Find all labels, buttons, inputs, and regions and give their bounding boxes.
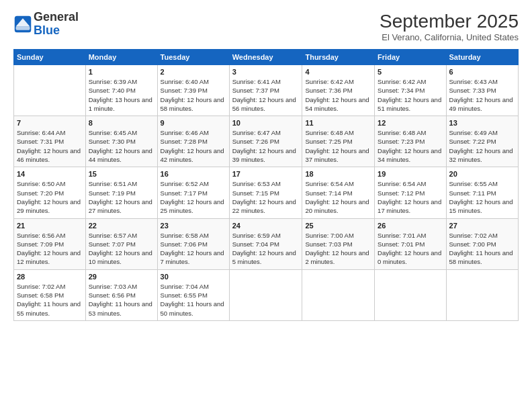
calendar-cell: 19Sunrise: 6:54 AM Sunset: 7:12 PM Dayli…	[375, 167, 446, 218]
calendar-cell: 29Sunrise: 7:03 AM Sunset: 6:56 PM Dayli…	[85, 269, 157, 320]
day-number: 7	[17, 119, 83, 127]
calendar-cell: 11Sunrise: 6:48 AM Sunset: 7:25 PM Dayli…	[302, 116, 375, 167]
header-cell-thursday: Thursday	[302, 50, 375, 65]
calendar-cell	[446, 269, 518, 320]
day-info: Sunrise: 6:46 AM Sunset: 7:28 PM Dayligh…	[161, 128, 226, 164]
calendar-cell: 27Sunrise: 7:02 AM Sunset: 7:00 PM Dayli…	[446, 218, 518, 269]
day-info: Sunrise: 6:53 AM Sunset: 7:15 PM Dayligh…	[232, 179, 300, 215]
day-number: 3	[232, 68, 300, 76]
day-info: Sunrise: 6:55 AM Sunset: 7:11 PM Dayligh…	[449, 179, 515, 215]
calendar-cell: 1Sunrise: 6:39 AM Sunset: 7:40 PM Daylig…	[85, 65, 157, 116]
calendar-body: 1Sunrise: 6:39 AM Sunset: 7:40 PM Daylig…	[14, 65, 519, 321]
day-number: 26	[378, 222, 443, 230]
logo-line2: Blue	[34, 24, 60, 37]
day-info: Sunrise: 7:02 AM Sunset: 7:00 PM Dayligh…	[449, 231, 515, 267]
calendar-cell: 23Sunrise: 6:58 AM Sunset: 7:06 PM Dayli…	[157, 218, 229, 269]
day-info: Sunrise: 6:52 AM Sunset: 7:17 PM Dayligh…	[161, 179, 226, 215]
calendar-cell: 5Sunrise: 6:42 AM Sunset: 7:34 PM Daylig…	[375, 65, 446, 116]
day-info: Sunrise: 6:48 AM Sunset: 7:23 PM Dayligh…	[378, 128, 443, 164]
day-info: Sunrise: 6:42 AM Sunset: 7:36 PM Dayligh…	[305, 77, 371, 113]
calendar-cell	[375, 269, 446, 320]
day-number: 12	[378, 119, 443, 127]
day-info: Sunrise: 6:51 AM Sunset: 7:19 PM Dayligh…	[89, 179, 154, 215]
calendar-cell: 3Sunrise: 6:41 AM Sunset: 7:37 PM Daylig…	[229, 65, 302, 116]
header-cell-sunday: Sunday	[14, 50, 86, 65]
day-info: Sunrise: 7:00 AM Sunset: 7:03 PM Dayligh…	[305, 231, 371, 267]
day-number: 10	[232, 119, 300, 127]
page: General Blue September 2025 El Verano, C…	[0, 0, 532, 411]
svg-rect-2	[16, 26, 30, 30]
header-row: SundayMondayTuesdayWednesdayThursdayFrid…	[14, 50, 519, 65]
calendar-cell: 17Sunrise: 6:53 AM Sunset: 7:15 PM Dayli…	[229, 167, 302, 218]
header-cell-monday: Monday	[85, 50, 157, 65]
calendar-cell: 7Sunrise: 6:44 AM Sunset: 7:31 PM Daylig…	[14, 116, 86, 167]
calendar-cell: 8Sunrise: 6:45 AM Sunset: 7:30 PM Daylig…	[85, 116, 157, 167]
logo-icon	[13, 15, 32, 34]
day-number: 28	[17, 273, 83, 281]
day-number: 25	[305, 222, 371, 230]
calendar-cell: 6Sunrise: 6:43 AM Sunset: 7:33 PM Daylig…	[446, 65, 518, 116]
calendar-cell: 10Sunrise: 6:47 AM Sunset: 7:26 PM Dayli…	[229, 116, 302, 167]
calendar-cell	[302, 269, 375, 320]
calendar-cell: 2Sunrise: 6:40 AM Sunset: 7:39 PM Daylig…	[157, 65, 229, 116]
day-number: 1	[89, 68, 154, 76]
day-number: 24	[232, 222, 300, 230]
day-info: Sunrise: 6:44 AM Sunset: 7:31 PM Dayligh…	[17, 128, 83, 164]
day-info: Sunrise: 6:54 AM Sunset: 7:12 PM Dayligh…	[378, 179, 443, 215]
header-cell-friday: Friday	[375, 50, 446, 65]
logo-line1: General	[34, 10, 79, 24]
day-number: 19	[378, 170, 443, 178]
title-block: September 2025 El Verano, California, Un…	[380, 11, 519, 42]
day-number: 6	[449, 68, 515, 76]
day-number: 17	[232, 170, 300, 178]
calendar-cell: 30Sunrise: 7:04 AM Sunset: 6:55 PM Dayli…	[157, 269, 229, 320]
calendar-cell: 25Sunrise: 7:00 AM Sunset: 7:03 PM Dayli…	[302, 218, 375, 269]
day-info: Sunrise: 6:56 AM Sunset: 7:09 PM Dayligh…	[17, 231, 83, 267]
day-info: Sunrise: 6:40 AM Sunset: 7:39 PM Dayligh…	[161, 77, 226, 113]
week-row-3: 21Sunrise: 6:56 AM Sunset: 7:09 PM Dayli…	[14, 218, 519, 269]
day-number: 23	[161, 222, 226, 230]
calendar-cell: 4Sunrise: 6:42 AM Sunset: 7:36 PM Daylig…	[302, 65, 375, 116]
week-row-2: 14Sunrise: 6:50 AM Sunset: 7:20 PM Dayli…	[14, 167, 519, 218]
day-number: 15	[89, 170, 154, 178]
day-info: Sunrise: 6:50 AM Sunset: 7:20 PM Dayligh…	[17, 179, 83, 215]
day-info: Sunrise: 7:04 AM Sunset: 6:55 PM Dayligh…	[161, 282, 226, 318]
day-info: Sunrise: 6:43 AM Sunset: 7:33 PM Dayligh…	[449, 77, 515, 113]
day-number: 16	[161, 170, 226, 178]
day-info: Sunrise: 6:42 AM Sunset: 7:34 PM Dayligh…	[378, 77, 443, 113]
day-number: 2	[161, 68, 226, 76]
week-row-4: 28Sunrise: 7:02 AM Sunset: 6:58 PM Dayli…	[14, 269, 519, 320]
calendar-cell: 24Sunrise: 6:59 AM Sunset: 7:04 PM Dayli…	[229, 218, 302, 269]
calendar-cell: 21Sunrise: 6:56 AM Sunset: 7:09 PM Dayli…	[14, 218, 86, 269]
day-number: 5	[378, 68, 443, 76]
logo-text: General Blue	[34, 11, 79, 38]
day-number: 30	[161, 273, 226, 281]
day-number: 20	[449, 170, 515, 178]
logo: General Blue	[13, 11, 79, 38]
calendar-cell: 26Sunrise: 7:01 AM Sunset: 7:01 PM Dayli…	[375, 218, 446, 269]
day-number: 18	[305, 170, 371, 178]
day-number: 22	[89, 222, 154, 230]
day-number: 29	[89, 273, 154, 281]
subtitle: El Verano, California, United States	[380, 32, 519, 42]
main-title: September 2025	[380, 11, 519, 32]
day-info: Sunrise: 7:01 AM Sunset: 7:01 PM Dayligh…	[378, 231, 443, 267]
day-info: Sunrise: 6:48 AM Sunset: 7:25 PM Dayligh…	[305, 128, 371, 164]
calendar-cell	[229, 269, 302, 320]
calendar-cell: 22Sunrise: 6:57 AM Sunset: 7:07 PM Dayli…	[85, 218, 157, 269]
day-info: Sunrise: 6:49 AM Sunset: 7:22 PM Dayligh…	[449, 128, 515, 164]
week-row-1: 7Sunrise: 6:44 AM Sunset: 7:31 PM Daylig…	[14, 116, 519, 167]
calendar-cell: 12Sunrise: 6:48 AM Sunset: 7:23 PM Dayli…	[375, 116, 446, 167]
day-number: 21	[17, 222, 83, 230]
day-number: 14	[17, 170, 83, 178]
day-info: Sunrise: 6:59 AM Sunset: 7:04 PM Dayligh…	[232, 231, 300, 267]
day-number: 11	[305, 119, 371, 127]
day-number: 8	[89, 119, 154, 127]
day-info: Sunrise: 6:54 AM Sunset: 7:14 PM Dayligh…	[305, 179, 371, 215]
day-number: 4	[305, 68, 371, 76]
calendar-cell: 15Sunrise: 6:51 AM Sunset: 7:19 PM Dayli…	[85, 167, 157, 218]
calendar-cell: 9Sunrise: 6:46 AM Sunset: 7:28 PM Daylig…	[157, 116, 229, 167]
calendar-cell	[14, 65, 86, 116]
calendar-cell: 18Sunrise: 6:54 AM Sunset: 7:14 PM Dayli…	[302, 167, 375, 218]
calendar: SundayMondayTuesdayWednesdayThursdayFrid…	[13, 49, 519, 321]
